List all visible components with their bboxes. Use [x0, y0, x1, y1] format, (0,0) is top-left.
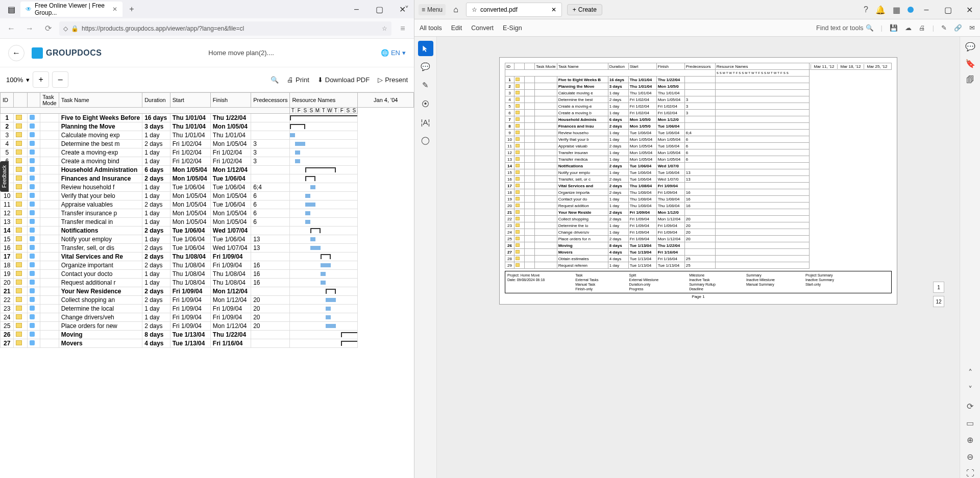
table-row[interactable]: 15Notify your employ1 dayTue 1/06/04Tue …	[1, 235, 414, 244]
gd-language-picker[interactable]: 🌐 EN ▾	[381, 49, 406, 57]
table-row[interactable]: 19Contact your docto1 dayThu 1/08/04Thu …	[1, 270, 414, 279]
window-maximize[interactable]: ▢	[937, 0, 959, 19]
table-row[interactable]: 24Change drivers/veh1 dayFri 1/09/04Fri …	[1, 313, 414, 322]
table-row: 15Notify your emplo1 dayTue 1/06/04Tue 1…	[505, 169, 892, 176]
table-row[interactable]: 13Transfer medical in1 dayMon 1/05/04Mon…	[1, 218, 414, 227]
home-button[interactable]: ⌂	[451, 5, 461, 15]
search-button[interactable]: 🔍	[271, 76, 279, 84]
acrobat-menu-button[interactable]: ≡Menu	[419, 4, 446, 15]
nav-reload[interactable]: ⟳	[41, 21, 55, 36]
up-arrow-icon[interactable]: ˄	[968, 368, 972, 378]
zoom-in-icon[interactable]: ⊕	[967, 435, 973, 445]
page-box-2[interactable]: 12	[933, 296, 944, 307]
window-close[interactable]: ✕	[959, 0, 980, 19]
table-row[interactable]: 8Finances and Insurance2 daysMon 1/05/04…	[1, 174, 414, 183]
menubar-item[interactable]: Convert	[471, 24, 494, 32]
page-box-1[interactable]: 1	[933, 282, 944, 293]
table-row[interactable]: 5Create a moving-exp1 dayFri 1/02/04Fri …	[1, 148, 414, 157]
down-arrow-icon[interactable]: ˅	[968, 385, 972, 394]
window-close[interactable]: ✕	[391, 0, 414, 18]
table-row[interactable]: 26Moving8 daysTue 1/13/04Thu 1/22/04	[1, 331, 414, 339]
menubar-item[interactable]: All tools	[420, 24, 442, 32]
acrobat-canvas[interactable]: IDTask ModeTask NameDurationStartFinishP…	[437, 37, 960, 478]
rotate-icon[interactable]: ⟳	[967, 401, 973, 411]
table-row[interactable]: 18Organize important2 daysThu 1/08/04Fri…	[1, 261, 414, 270]
zoom-out-icon[interactable]: ⊖	[967, 452, 973, 462]
find-input[interactable]: Find text or tools🔍	[816, 24, 873, 32]
create-button[interactable]: +Create	[567, 4, 602, 15]
table-row[interactable]: 22Collect shopping an2 daysFri 1/09/04Mo…	[1, 296, 414, 305]
table-row[interactable]: 23Determine the local1 dayFri 1/09/04Fri…	[1, 305, 414, 313]
mail-icon[interactable]: ✉	[969, 24, 975, 32]
window-minimize[interactable]: –	[916, 0, 937, 19]
print-button[interactable]: 🖨Print	[287, 76, 309, 84]
fullscreen-icon[interactable]: ⛶	[966, 469, 974, 478]
selection-tool[interactable]	[418, 41, 433, 56]
table-row[interactable]: 2Planning the Move3 daysThu 1/01/04Mon 1…	[1, 122, 414, 131]
cloud-icon[interactable]: ☁	[905, 24, 912, 32]
table-row[interactable]: 21Your New Residence2 daysFri 1/09/04Mon…	[1, 287, 414, 296]
comment-tool[interactable]: 💬	[418, 59, 433, 74]
table-row[interactable]: 1Five to Eight Weeks Before16 daysThu 1/…	[1, 114, 414, 122]
gd-back-button[interactable]: ←	[8, 45, 24, 61]
print-icon[interactable]: 🖨	[919, 24, 925, 32]
table-row[interactable]: 9Review household f1 dayTue 1/06/04Tue 1…	[1, 183, 414, 192]
browser-tab[interactable]: 👁 Free Online Viewer | Free Group... ✕	[20, 2, 122, 17]
shape-tool[interactable]: ◯	[418, 133, 433, 148]
table-row[interactable]: 17Vital Services and Re2 daysThu 1/08/04…	[1, 253, 414, 261]
text-tool[interactable]: ¦A¦	[418, 114, 433, 130]
signature-icon[interactable]: ✎	[941, 24, 947, 32]
nav-back[interactable]: ←	[4, 21, 18, 36]
table-row: 9Review househo1 dayTue 1/06/04Tue 1/06/…	[505, 130, 892, 136]
pages-panel-icon[interactable]: 🗐	[966, 76, 974, 85]
close-icon[interactable]: ✕	[551, 6, 556, 13]
fit-page-icon[interactable]: ▭	[966, 418, 974, 428]
window-maximize[interactable]: ▢	[368, 0, 391, 18]
bell-icon[interactable]: 🔔	[875, 5, 886, 15]
acrobat-tab[interactable]: ☆ converted.pdf ✕	[466, 3, 562, 17]
table-row[interactable]: 7Household Administration6 daysMon 1/05/…	[1, 166, 414, 174]
table-row[interactable]: 27Movers4 daysTue 1/13/04Fri 1/16/04	[1, 339, 414, 348]
hamburger-icon[interactable]: ≡	[396, 21, 410, 36]
table-row[interactable]: 10Verify that your belo1 dayMon 1/05/04M…	[1, 192, 414, 200]
bookmark-star-icon[interactable]: ☆	[382, 25, 387, 32]
eraser-tool[interactable]: ⦿	[418, 96, 433, 111]
table-row[interactable]: 6Create a moving bind1 dayFri 1/02/04Fri…	[1, 157, 414, 166]
zoom-in-button[interactable]: +	[33, 71, 49, 88]
new-tab-button[interactable]: +	[125, 2, 139, 16]
pencil-tool[interactable]: ✎	[418, 78, 433, 93]
menubar-item[interactable]: E-Sign	[503, 24, 522, 32]
gd-document-area[interactable]: IDTask ModeTask NameDurationStartFinishP…	[0, 92, 414, 478]
table-row[interactable]: 12Transfer insurance p1 dayMon 1/05/04Mo…	[1, 209, 414, 218]
print-icon: 🖨	[287, 76, 293, 84]
zoom-out-button[interactable]: –	[52, 71, 68, 88]
profile-dot-icon[interactable]	[908, 7, 914, 13]
save-icon[interactable]: 💾	[890, 24, 898, 32]
chevron-down-icon[interactable]: ▾	[26, 76, 30, 84]
table-row[interactable]: 25Place orders for new2 daysFri 1/09/04M…	[1, 322, 414, 331]
present-button[interactable]: ▷Present	[378, 76, 408, 84]
col-header: Finish	[210, 93, 251, 108]
menubar-item[interactable]: Edit	[451, 24, 462, 32]
table-row[interactable]: 16Transfer, sell, or dis2 daysTue 1/06/0…	[1, 244, 414, 253]
url-input[interactable]: ◇ 🔒 https://products.groupdocs.app/viewe…	[59, 21, 391, 36]
feedback-tab[interactable]: Feedback	[0, 161, 9, 192]
nav-forward[interactable]: →	[22, 21, 37, 36]
link-icon[interactable]: 🔗	[954, 24, 962, 32]
page-thumb-indicator: 1 12	[933, 282, 944, 307]
table-row[interactable]: 3Calculate moving exp1 dayThu 1/01/04Thu…	[1, 131, 414, 140]
table-row[interactable]: 20Request additional r1 dayThu 1/08/04Th…	[1, 279, 414, 287]
apps-icon[interactable]: ▦	[893, 5, 900, 15]
firefox-spaces-icon[interactable]: ▤	[4, 2, 18, 16]
help-icon[interactable]: ?	[864, 5, 868, 14]
bookmark-panel-icon[interactable]: 🔖	[965, 59, 975, 68]
legend-item: Split	[629, 273, 659, 277]
table-row[interactable]: 14Notifications2 daysTue 1/06/04Wed 1/07…	[1, 227, 414, 235]
close-tab-icon[interactable]: ✕	[112, 6, 117, 13]
table-row[interactable]: 4Determine the best m2 daysFri 1/02/04Mo…	[1, 140, 414, 148]
window-minimize[interactable]: –	[345, 0, 368, 18]
chat-panel-icon[interactable]: 💬	[965, 42, 975, 52]
table-row[interactable]: 11Appraise valuables2 daysMon 1/05/04Tue…	[1, 200, 414, 209]
gd-logo[interactable]: GROUPDOCS	[32, 47, 102, 59]
download-button[interactable]: ⬇Download PDF	[317, 76, 370, 84]
